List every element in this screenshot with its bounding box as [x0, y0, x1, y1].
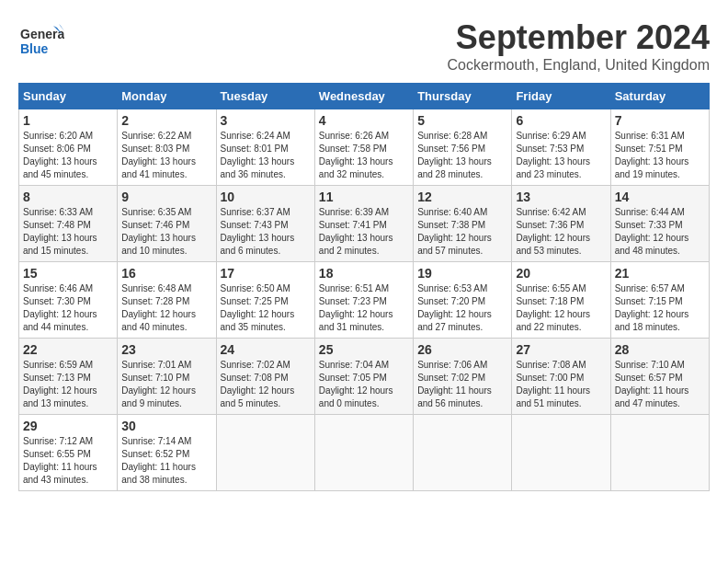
calendar-cell-empty — [216, 415, 314, 491]
day-info: Sunrise: 6:29 AMSunset: 7:53 PMDaylight:… — [516, 131, 590, 179]
day-info: Sunrise: 7:12 AMSunset: 6:55 PMDaylight:… — [23, 436, 97, 485]
day-info: Sunrise: 7:02 AMSunset: 7:08 PMDaylight:… — [221, 360, 295, 408]
calendar-cell-11: 11Sunrise: 6:39 AMSunset: 7:41 PMDayligh… — [314, 186, 413, 262]
calendar-cell-5: 5Sunrise: 6:28 AMSunset: 7:56 PMDaylight… — [414, 109, 512, 186]
calendar-cell-19: 19Sunrise: 6:53 AMSunset: 7:20 PMDayligh… — [414, 262, 512, 339]
calendar-cell-26: 26Sunrise: 7:06 AMSunset: 7:02 PMDayligh… — [414, 339, 512, 415]
day-info: Sunrise: 6:42 AMSunset: 7:36 PMDaylight:… — [516, 207, 590, 256]
calendar-cell-22: 22Sunrise: 6:59 AMSunset: 7:13 PMDayligh… — [19, 339, 118, 415]
day-number: 26 — [417, 342, 507, 357]
day-info: Sunrise: 6:53 AMSunset: 7:20 PMDaylight:… — [417, 283, 492, 332]
day-number: 30 — [121, 419, 211, 433]
day-info: Sunrise: 6:55 AMSunset: 7:18 PMDaylight:… — [516, 283, 590, 332]
day-number: 4 — [319, 113, 409, 128]
day-info: Sunrise: 7:10 AMSunset: 6:57 PMDaylight:… — [615, 360, 689, 408]
calendar-cell-14: 14Sunrise: 6:44 AMSunset: 7:33 PMDayligh… — [610, 186, 709, 262]
day-number: 28 — [615, 342, 705, 357]
day-number: 14 — [615, 190, 705, 204]
calendar-cell-23: 23Sunrise: 7:01 AMSunset: 7:10 PMDayligh… — [118, 339, 216, 415]
weekday-header-tuesday: Tuesday — [216, 84, 314, 109]
calendar-cell-empty — [414, 415, 512, 491]
calendar-cell-3: 3Sunrise: 6:24 AMSunset: 8:01 PMDaylight… — [216, 109, 314, 186]
logo: General Blue — [18, 18, 64, 68]
calendar-cell-24: 24Sunrise: 7:02 AMSunset: 7:08 PMDayligh… — [216, 339, 314, 415]
calendar-cell-17: 17Sunrise: 6:50 AMSunset: 7:25 PMDayligh… — [216, 262, 314, 339]
day-number: 19 — [417, 266, 507, 281]
calendar-cell-12: 12Sunrise: 6:40 AMSunset: 7:38 PMDayligh… — [414, 186, 512, 262]
day-info: Sunrise: 6:22 AMSunset: 8:03 PMDaylight:… — [121, 131, 196, 179]
calendar-cell-2: 2Sunrise: 6:22 AMSunset: 8:03 PMDaylight… — [118, 109, 216, 186]
day-number: 8 — [23, 190, 113, 204]
calendar-cell-29: 29Sunrise: 7:12 AMSunset: 6:55 PMDayligh… — [19, 415, 118, 491]
day-number: 11 — [319, 190, 409, 204]
day-number: 18 — [319, 266, 409, 281]
calendar-cell-28: 28Sunrise: 7:10 AMSunset: 6:57 PMDayligh… — [610, 339, 709, 415]
calendar-cell-20: 20Sunrise: 6:55 AMSunset: 7:18 PMDayligh… — [512, 262, 610, 339]
day-number: 13 — [516, 190, 606, 204]
calendar-cell-15: 15Sunrise: 6:46 AMSunset: 7:30 PMDayligh… — [19, 262, 118, 339]
title-block: September 2024 Cockermouth, England, Uni… — [448, 18, 711, 74]
day-info: Sunrise: 6:31 AMSunset: 7:51 PMDaylight:… — [615, 131, 689, 179]
day-number: 25 — [319, 342, 409, 357]
calendar-cell-4: 4Sunrise: 6:26 AMSunset: 7:58 PMDaylight… — [314, 109, 413, 186]
location: Cockermouth, England, United Kingdom — [448, 57, 711, 74]
day-info: Sunrise: 6:39 AMSunset: 7:41 PMDaylight:… — [319, 207, 393, 256]
day-number: 3 — [221, 113, 311, 128]
day-number: 2 — [121, 113, 211, 128]
calendar-cell-1: 1Sunrise: 6:20 AMSunset: 8:06 PMDaylight… — [19, 109, 118, 186]
day-number: 29 — [23, 419, 113, 433]
day-info: Sunrise: 6:24 AMSunset: 8:01 PMDaylight:… — [221, 131, 295, 179]
day-info: Sunrise: 6:48 AMSunset: 7:28 PMDaylight:… — [121, 283, 196, 332]
weekday-header-monday: Monday — [118, 84, 216, 109]
day-info: Sunrise: 7:04 AMSunset: 7:05 PMDaylight:… — [319, 360, 393, 408]
day-number: 21 — [615, 266, 705, 281]
day-number: 22 — [23, 342, 113, 357]
calendar-cell-25: 25Sunrise: 7:04 AMSunset: 7:05 PMDayligh… — [314, 339, 413, 415]
day-info: Sunrise: 6:26 AMSunset: 7:58 PMDaylight:… — [319, 131, 393, 179]
day-info: Sunrise: 6:59 AMSunset: 7:13 PMDaylight:… — [23, 360, 97, 408]
day-info: Sunrise: 6:57 AMSunset: 7:15 PMDaylight:… — [615, 283, 689, 332]
calendar-cell-8: 8Sunrise: 6:33 AMSunset: 7:48 PMDaylight… — [19, 186, 118, 262]
calendar-cell-10: 10Sunrise: 6:37 AMSunset: 7:43 PMDayligh… — [216, 186, 314, 262]
day-info: Sunrise: 7:08 AMSunset: 7:00 PMDaylight:… — [516, 360, 590, 408]
day-info: Sunrise: 6:51 AMSunset: 7:23 PMDaylight:… — [319, 283, 393, 332]
calendar-cell-empty — [610, 415, 709, 491]
day-number: 17 — [221, 266, 311, 281]
calendar-cell-9: 9Sunrise: 6:35 AMSunset: 7:46 PMDaylight… — [118, 186, 216, 262]
weekday-header-friday: Friday — [512, 84, 610, 109]
day-info: Sunrise: 6:46 AMSunset: 7:30 PMDaylight:… — [23, 283, 97, 332]
calendar-week-4: 22Sunrise: 6:59 AMSunset: 7:13 PMDayligh… — [19, 339, 710, 415]
day-info: Sunrise: 6:40 AMSunset: 7:38 PMDaylight:… — [417, 207, 492, 256]
weekday-header-thursday: Thursday — [414, 84, 512, 109]
month-title: September 2024 — [448, 18, 711, 57]
calendar-week-2: 8Sunrise: 6:33 AMSunset: 7:48 PMDaylight… — [19, 186, 710, 262]
calendar-week-1: 1Sunrise: 6:20 AMSunset: 8:06 PMDaylight… — [19, 109, 710, 186]
day-info: Sunrise: 7:06 AMSunset: 7:02 PMDaylight:… — [417, 360, 492, 408]
calendar-cell-empty — [314, 415, 413, 491]
weekday-header-wednesday: Wednesday — [314, 84, 413, 109]
day-info: Sunrise: 6:50 AMSunset: 7:25 PMDaylight:… — [221, 283, 295, 332]
day-info: Sunrise: 6:37 AMSunset: 7:43 PMDaylight:… — [221, 207, 295, 256]
day-info: Sunrise: 6:44 AMSunset: 7:33 PMDaylight:… — [615, 207, 689, 256]
day-info: Sunrise: 7:14 AMSunset: 6:52 PMDaylight:… — [121, 436, 196, 485]
day-number: 16 — [121, 266, 211, 281]
day-number: 9 — [121, 190, 211, 204]
calendar-cell-30: 30Sunrise: 7:14 AMSunset: 6:52 PMDayligh… — [118, 415, 216, 491]
day-number: 6 — [516, 113, 606, 128]
day-info: Sunrise: 6:33 AMSunset: 7:48 PMDaylight:… — [23, 207, 97, 256]
day-number: 15 — [23, 266, 113, 281]
calendar-cell-21: 21Sunrise: 6:57 AMSunset: 7:15 PMDayligh… — [610, 262, 709, 339]
day-info: Sunrise: 7:01 AMSunset: 7:10 PMDaylight:… — [121, 360, 196, 408]
calendar-cell-16: 16Sunrise: 6:48 AMSunset: 7:28 PMDayligh… — [118, 262, 216, 339]
day-number: 5 — [417, 113, 507, 128]
calendar-cell-18: 18Sunrise: 6:51 AMSunset: 7:23 PMDayligh… — [314, 262, 413, 339]
page-header: General Blue September 2024 Cockermouth,… — [18, 18, 710, 74]
day-number: 10 — [221, 190, 311, 204]
day-info: Sunrise: 6:20 AMSunset: 8:06 PMDaylight:… — [23, 131, 97, 179]
day-number: 7 — [615, 113, 705, 128]
logo-icon: General Blue — [18, 18, 64, 64]
day-number: 24 — [221, 342, 311, 357]
calendar-week-3: 15Sunrise: 6:46 AMSunset: 7:30 PMDayligh… — [19, 262, 710, 339]
calendar-cell-6: 6Sunrise: 6:29 AMSunset: 7:53 PMDaylight… — [512, 109, 610, 186]
day-info: Sunrise: 6:35 AMSunset: 7:46 PMDaylight:… — [121, 207, 196, 256]
